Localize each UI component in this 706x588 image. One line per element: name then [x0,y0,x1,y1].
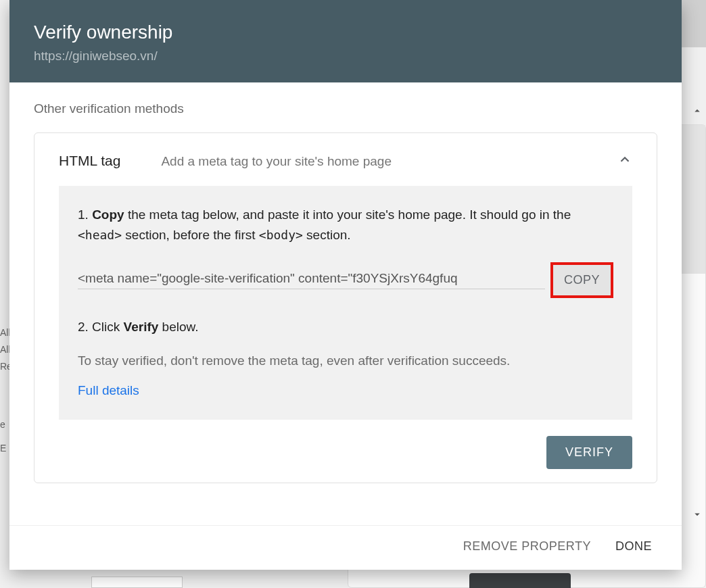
code-body: <body> [259,228,303,242]
done-button[interactable]: DONE [615,539,652,554]
backdrop-top-strip [682,0,706,47]
modal-body: Other verification methods HTML tag Add … [9,82,682,525]
verify-ownership-modal: Verify ownership https://giniwebseo.vn/ … [9,0,682,570]
meta-tag-text[interactable]: <meta name="google-site-verification" co… [78,271,545,289]
instruction-step-1: 1. Copy the meta tag below, and paste it… [78,205,613,246]
chevron-up-icon[interactable] [617,152,632,170]
method-name: HTML tag [59,153,120,169]
instructions-panel: 1. Copy the meta tag below, and paste it… [59,186,632,420]
instruction-step-2: 2. Click Verify below. [78,317,613,337]
backdrop-input-box [91,577,183,588]
copy-button[interactable]: COPY [550,262,613,298]
section-title: Other verification methods [34,101,657,116]
meta-tag-row: <meta name="google-site-verification" co… [78,262,613,298]
card-header[interactable]: HTML tag Add a meta tag to your site's h… [59,152,632,170]
verification-note: To stay verified, don't remove the meta … [78,353,613,368]
modal-header: Verify ownership https://giniwebseo.vn/ [9,0,682,82]
code-head: <head> [78,228,122,242]
modal-title: Verify ownership [34,22,657,43]
modal-subtitle: https://giniwebseo.vn/ [34,49,657,64]
verify-row: VERIFY [59,431,632,477]
remove-property-button[interactable]: REMOVE PROPERTY [463,539,591,554]
backdrop-dark-button [469,573,571,588]
modal-footer: REMOVE PROPERTY DONE [9,525,682,570]
scroll-down-icon[interactable] [691,508,703,520]
method-description: Add a meta tag to your site's home page [161,154,392,169]
html-tag-card: HTML tag Add a meta tag to your site's h… [34,132,657,483]
verify-button[interactable]: VERIFY [546,436,632,469]
scroll-up-icon[interactable] [691,105,703,117]
full-details-link[interactable]: Full details [78,383,613,398]
